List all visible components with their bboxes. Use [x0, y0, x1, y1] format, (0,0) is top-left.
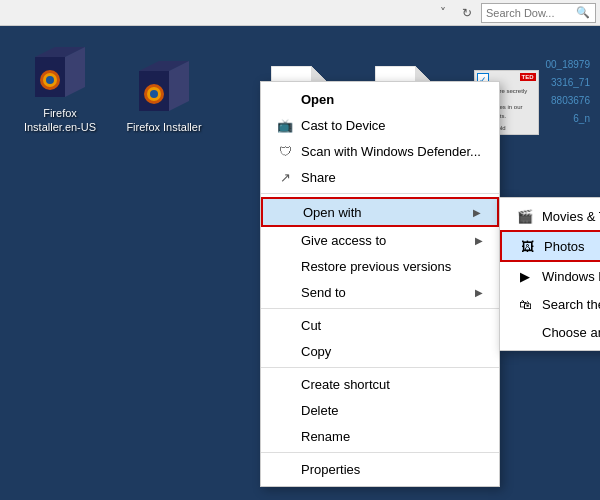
cm-item-open[interactable]: Open — [261, 86, 499, 112]
search-input[interactable] — [486, 7, 576, 19]
cm-label-open: Open — [301, 92, 334, 107]
search-box[interactable]: 🔍 — [481, 3, 596, 23]
side-text-line1: 00_18979 — [546, 56, 591, 74]
side-text-line3: 8803676 — [546, 92, 591, 110]
separator3 — [261, 367, 499, 368]
submenu-label-store: Search the Store — [542, 297, 600, 312]
side-text-line2: 3316_71 — [546, 74, 591, 92]
svg-point-11 — [150, 90, 158, 98]
side-text-line4: 6_n — [546, 110, 591, 128]
desktop-icon-label-firefox1: Firefox Installer.en-US — [24, 106, 96, 135]
copy-icon — [277, 343, 293, 359]
submenu-label-choose: Choose another app — [542, 325, 600, 340]
open-with-icon — [279, 204, 295, 220]
cm-item-create-shortcut[interactable]: Create shortcut — [261, 371, 499, 397]
svg-marker-13 — [311, 66, 326, 81]
cm-label-delete: Delete — [301, 403, 339, 418]
desktop: Firefox Installer.en-US Firefox Installe… — [0, 26, 600, 500]
give-access-icon — [277, 232, 293, 248]
open-icon — [277, 91, 293, 107]
choose-icon — [516, 323, 534, 341]
context-menu: Open 📺 Cast to Device 🛡 Scan with Window… — [260, 81, 500, 487]
top-bar-icons: ˅ ↻ — [433, 3, 477, 23]
cm-item-properties[interactable]: Properties — [261, 456, 499, 482]
submenu-label-wmp: Windows Media Player — [542, 269, 600, 284]
cm-label-properties: Properties — [301, 462, 360, 477]
cm-label-scan: Scan with Windows Defender... — [301, 144, 481, 159]
cm-item-scan[interactable]: 🛡 Scan with Windows Defender... — [261, 138, 499, 164]
submenu-item-wmp[interactable]: ▶ Windows Media Player — [500, 262, 600, 290]
restore-icon — [277, 258, 293, 274]
open-with-arrow-icon: ▶ — [473, 207, 481, 218]
top-bar: ˅ ↻ 🔍 — [0, 0, 600, 26]
cm-item-copy[interactable]: Copy — [261, 338, 499, 364]
cm-item-restore[interactable]: Restore previous versions — [261, 253, 499, 279]
cm-item-give-access[interactable]: Give access to ▶ — [261, 227, 499, 253]
cm-item-delete[interactable]: Delete — [261, 397, 499, 423]
cm-label-rename: Rename — [301, 429, 350, 444]
submenu: 🎬 Movies & TV 🖼 Photos ▶ Windows Media P — [499, 197, 600, 351]
cm-label-send-to: Send to — [301, 285, 346, 300]
cm-label-share: Share — [301, 170, 336, 185]
back-icon[interactable]: ˅ — [433, 3, 453, 23]
thumb-badge: TED — [520, 73, 536, 81]
wmp-icon: ▶ — [516, 267, 534, 285]
search-icon: 🔍 — [576, 6, 590, 19]
shortcut-icon — [277, 376, 293, 392]
separator4 — [261, 452, 499, 453]
svg-marker-17 — [415, 66, 430, 81]
cm-label-restore: Restore previous versions — [301, 259, 451, 274]
desktop-icon-firefox2[interactable]: Firefox Installer — [124, 56, 204, 134]
cm-label-cut: Cut — [301, 318, 321, 333]
desktop-icon-firefox1[interactable]: Firefox Installer.en-US — [20, 42, 100, 135]
cm-item-send-to[interactable]: Send to ▶ — [261, 279, 499, 305]
submenu-item-store[interactable]: 🛍 Search the Store — [500, 290, 600, 318]
open-with-container: Open with ▶ 🎬 Movies & TV 🖼 Photos — [261, 197, 499, 227]
cm-item-share[interactable]: ↗ Share — [261, 164, 499, 190]
cm-item-rename[interactable]: Rename — [261, 423, 499, 449]
separator1 — [261, 193, 499, 194]
submenu-item-photos[interactable]: 🖼 Photos — [500, 230, 600, 262]
send-to-arrow-icon: ▶ — [475, 287, 483, 298]
cm-label-give-access: Give access to — [301, 233, 386, 248]
store-icon: 🛍 — [516, 295, 534, 313]
cut-icon — [277, 317, 293, 333]
give-access-arrow-icon: ▶ — [475, 235, 483, 246]
svg-point-5 — [46, 76, 54, 84]
cm-item-open-with[interactable]: Open with ▶ — [261, 197, 499, 227]
properties-icon — [277, 461, 293, 477]
desktop-icon-label-firefox2: Firefox Installer — [126, 120, 201, 134]
cm-label-create-shortcut: Create shortcut — [301, 377, 390, 392]
refresh-icon[interactable]: ↻ — [457, 3, 477, 23]
rename-icon — [277, 428, 293, 444]
side-text: 00_18979 3316_71 8803676 6_n — [546, 56, 591, 128]
submenu-item-choose[interactable]: Choose another app — [500, 318, 600, 346]
cm-label-cast: Cast to Device — [301, 118, 386, 133]
submenu-label-photos: Photos — [544, 239, 584, 254]
delete-icon — [277, 402, 293, 418]
cast-icon: 📺 — [277, 117, 293, 133]
cm-item-cut[interactable]: Cut — [261, 312, 499, 338]
cm-item-cast[interactable]: 📺 Cast to Device — [261, 112, 499, 138]
share-icon: ↗ — [277, 169, 293, 185]
submenu-label-movies-tv: Movies & TV — [542, 209, 600, 224]
photos-icon: 🖼 — [518, 237, 536, 255]
shield-icon: 🛡 — [277, 143, 293, 159]
cm-label-copy: Copy — [301, 344, 331, 359]
separator2 — [261, 308, 499, 309]
submenu-item-movies-tv[interactable]: 🎬 Movies & TV — [500, 202, 600, 230]
movies-tv-icon: 🎬 — [516, 207, 534, 225]
send-to-icon — [277, 284, 293, 300]
cm-label-open-with: Open with — [303, 205, 362, 220]
